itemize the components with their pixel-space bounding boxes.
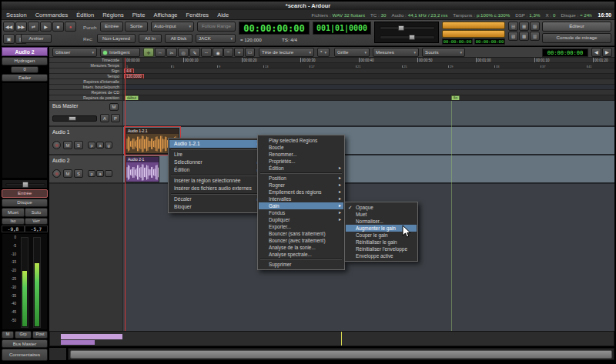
auto-input-dropdown[interactable]: Auto-Input▾	[151, 22, 194, 32]
horizontal-scrollbar[interactable]	[68, 348, 614, 360]
playhead[interactable]	[125, 58, 126, 331]
menu-item[interactable]: Insérer la région sélectionnée	[169, 177, 262, 185]
mute-button[interactable]: Muet	[2, 208, 25, 217]
solo-lock-button[interactable]: Verr	[25, 218, 48, 225]
menubar-item-commandes[interactable]: Commandes	[35, 12, 69, 18]
edit-point-dropdown[interactable]: *▾	[317, 48, 330, 57]
menubar-item-piste[interactable]: Piste	[132, 12, 146, 18]
zoom-out-button[interactable]: −	[223, 48, 233, 57]
solo-alert-bar[interactable]	[442, 30, 505, 38]
menu-item[interactable]: Intervalles▸	[259, 195, 343, 202]
bus-gain-slider[interactable]	[52, 115, 97, 122]
play-button[interactable]: ▶	[40, 22, 52, 32]
playlist-button[interactable]: p	[88, 170, 95, 177]
tool-audition-button[interactable]: ◉	[213, 48, 223, 57]
menu-item[interactable]: Empilement des régions▸	[259, 189, 343, 195]
range-clock-end[interactable]: 00:00:00:00	[474, 38, 505, 45]
goto-start-button[interactable]: ◀◀	[3, 22, 15, 32]
menu-item[interactable]: Boucle	[259, 144, 343, 151]
loop-button[interactable]: ⇄	[28, 22, 39, 32]
metering-mode-button[interactable]: Post	[32, 331, 48, 339]
title-bar[interactable]: *search - Ardour	[2, 2, 614, 10]
monitor-disk-button[interactable]: Disque	[2, 199, 48, 207]
tool-grab-button[interactable]: ✛	[143, 48, 154, 57]
ruler-row-7[interactable]: débutfin	[123, 95, 614, 101]
window-toggle-button[interactable]: ▩	[519, 32, 529, 41]
mixer-strip-name[interactable]: Audio 2	[2, 47, 48, 56]
track-mute-button[interactable]: M	[63, 169, 72, 178]
menu-item[interactable]: Position▸	[259, 175, 343, 182]
menu-item[interactable]: Édition▸	[259, 165, 343, 172]
menubar-item-affichage[interactable]: Affichage	[153, 12, 177, 18]
menu-item[interactable]: Supprimer	[259, 261, 343, 268]
snap-mode-dropdown[interactable]: Grille▾	[334, 48, 370, 57]
comments-button[interactable]: Commentaires	[2, 349, 48, 361]
menu-item[interactable]: Insérer des fichiers audio externes	[169, 185, 262, 192]
tempo-display[interactable]: = 120,000	[240, 38, 262, 42]
window-toggle-button[interactable]: ▨	[508, 32, 518, 41]
menu-item[interactable]: Rogner▸	[259, 182, 343, 189]
ruler-row-4[interactable]	[123, 79, 614, 85]
track-header-audio-1[interactable]: Audio 1 M S p a g	[49, 127, 123, 155]
tempo-marker[interactable]: 120,0000	[124, 74, 144, 79]
menu-item[interactable]: Renommer...	[259, 151, 343, 158]
processor-box[interactable]	[2, 82, 48, 179]
tool-cut-button[interactable]: ✂	[166, 48, 177, 57]
menu-item[interactable]: Analyse de la sonie...	[259, 244, 343, 251]
edit-mode-dropdown[interactable]: Glisser▾	[52, 48, 97, 57]
meter-display[interactable]: TS: 4/4	[282, 38, 297, 42]
ruler-row-5[interactable]	[123, 85, 614, 90]
menubar-item-édition[interactable]: Édition	[76, 12, 94, 18]
grid-unit-dropdown[interactable]: Mesures▾	[373, 48, 419, 57]
menu-item[interactable]: Propriétés...	[259, 158, 343, 165]
bus-gain-handle[interactable]	[69, 116, 76, 121]
midi-panic-button[interactable]: ▣	[3, 34, 15, 44]
track-name[interactable]: Audio 2	[52, 158, 69, 163]
playlist-button[interactable]: p	[88, 142, 95, 149]
menubar-item-régions[interactable]: Régions	[102, 12, 124, 18]
shuttle-handle[interactable]	[398, 25, 404, 31]
menu-item[interactable]: Bloquer	[169, 203, 262, 211]
nav-forward-button[interactable]: ▶	[602, 48, 612, 57]
track-solo-button[interactable]: S	[74, 169, 83, 178]
punch-out-button[interactable]: Sortie	[125, 22, 148, 32]
menu-item[interactable]: Normaliser...	[346, 218, 417, 225]
peak-display-left[interactable]: -9,8	[2, 225, 25, 232]
menu-item[interactable]: Enveloppe active	[346, 252, 417, 259]
ruler-row-6[interactable]	[123, 90, 614, 95]
menu-item[interactable]: Lire	[169, 151, 262, 159]
automation-button[interactable]: a	[96, 142, 104, 149]
sync-source-dropdown[interactable]: JACK▾	[196, 34, 236, 43]
menu-item[interactable]: Dupliquer▸	[259, 216, 343, 223]
scrollbar-thumb[interactable]	[70, 350, 612, 359]
group-button[interactable]: g	[105, 142, 112, 149]
track-name[interactable]: Bus Master	[52, 103, 78, 109]
all-disk-button[interactable]: All Disk	[165, 34, 192, 43]
mouse-mode-dropdown[interactable]: Souris▾	[422, 48, 465, 57]
solo-button[interactable]: Solo	[25, 208, 48, 217]
peak-display-right[interactable]: -5,7	[25, 225, 48, 232]
menubar-item-session[interactable]: Session	[6, 12, 27, 18]
gain-display[interactable]: 0	[11, 66, 38, 73]
solo-isolate-button[interactable]: Iso	[2, 218, 25, 225]
ruler-row-2[interactable]: 4/4	[123, 68, 614, 74]
region-audio-2-1[interactable]: Audio 2-1	[126, 156, 159, 182]
record-enable-button[interactable]	[52, 169, 61, 178]
bus-p-button[interactable]: P	[111, 114, 120, 122]
ruler-row-1[interactable]: 1591317212529333741	[123, 63, 614, 68]
pan-control[interactable]	[2, 179, 48, 189]
track-name[interactable]: Audio 1	[52, 129, 69, 135]
location-marker[interactable]: début	[125, 95, 139, 101]
window-toggle-button[interactable]: ▤	[508, 22, 518, 31]
pan-handle[interactable]	[22, 182, 28, 188]
menu-item[interactable]: Play selected Regions	[259, 137, 343, 144]
smart-mode-button[interactable]: Intelligent	[100, 48, 140, 57]
menu-item[interactable]: Analyse spectrale...	[259, 251, 343, 258]
mixer-window-button[interactable]: Console de mixage	[542, 33, 611, 43]
track-header-audio-2[interactable]: Audio 2 M S p a	[49, 155, 123, 184]
menubar-item-aide[interactable]: Aide	[217, 12, 229, 18]
menu-item[interactable]: Réinitialiser le gain	[346, 239, 417, 245]
editor-summary[interactable]	[49, 331, 614, 346]
secondary-clock[interactable]: 001|01|0000	[313, 22, 371, 35]
tool-draw-button[interactable]: ✎	[189, 48, 200, 57]
